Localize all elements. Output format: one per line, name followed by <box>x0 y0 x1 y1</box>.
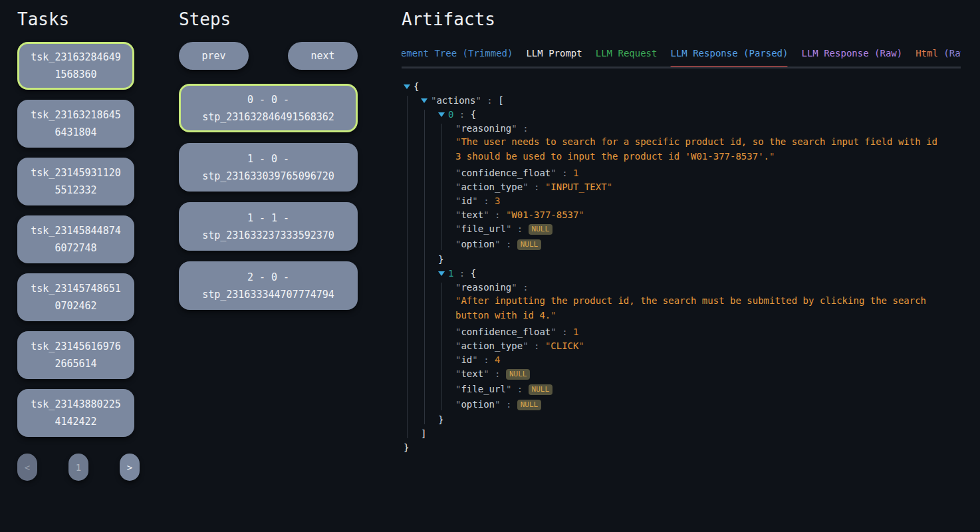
json-field: "confidence_float" : 1 <box>455 327 961 336</box>
tab-label: LLM Prompt <box>526 48 582 59</box>
tasks-title: Tasks <box>17 9 134 29</box>
json-children: 0 : {"reasoning" : "The user needs to se… <box>424 110 961 424</box>
json-field: "reasoning" : "After inputting the produ… <box>455 283 961 323</box>
tab-html-raw[interactable]: Html (Raw) <box>909 43 961 66</box>
json-number-value: 4 <box>495 354 500 365</box>
tasks-pagination: < 1 > <box>17 454 140 481</box>
close-brace: } <box>404 442 409 453</box>
collapse-icon[interactable] <box>438 112 445 117</box>
json-children: "actions" : [0 : {"reasoning" : "The use… <box>407 96 961 438</box>
json-string-value: W01-377-8537 <box>511 209 578 220</box>
pagination-prev-button[interactable]: < <box>17 454 37 481</box>
json-field: "confidence_float" : 1 <box>455 168 961 178</box>
json-field: "option" : NULL <box>455 239 961 250</box>
json-key: file_url <box>461 384 505 394</box>
json-key: id <box>461 196 472 206</box>
json-children: "reasoning" : "After inputting the produ… <box>441 283 961 410</box>
json-key: action_type <box>461 182 523 192</box>
json-node-row: "actions" : [ <box>421 96 961 105</box>
json-string-value: The user needs to search for a specific … <box>455 136 937 162</box>
open-brace: { <box>471 268 476 279</box>
tab-label: LLM Response (Parsed) <box>670 48 788 59</box>
json-node-close: } <box>438 255 961 264</box>
step-list: 0 - 0 - stp_2316328464915683621 - 0 - st… <box>179 84 358 310</box>
json-number-value: 1 <box>573 168 578 178</box>
close-brace: } <box>438 414 443 425</box>
step-button[interactable]: 0 - 0 - stp_231632846491568362 <box>179 84 358 132</box>
task-button[interactable]: tsk_231458448746072748 <box>17 215 134 263</box>
task-button[interactable]: tsk_231632846491568360 <box>17 42 134 90</box>
tab-llm-prompt[interactable]: LLM Prompt <box>519 43 588 66</box>
json-field: "action_type" : "INPUT_TEXT" <box>455 182 961 192</box>
json-string-value: CLICK <box>551 340 578 351</box>
json-field: "file_url" : NULL <box>455 384 961 395</box>
json-key: option <box>461 239 495 249</box>
json-string-value: INPUT_TEXT <box>551 182 606 192</box>
tab-llm-response-parsed[interactable]: LLM Response (Parsed) <box>664 43 795 66</box>
task-button[interactable]: tsk_231438802254142422 <box>17 389 134 437</box>
steps-title: Steps <box>179 9 358 29</box>
collapse-icon[interactable] <box>438 271 445 276</box>
collapse-icon[interactable] <box>421 98 428 103</box>
artifacts-panel: Artifacts Element Tree (Trimmed)LLM Prom… <box>402 9 961 532</box>
json-node-row: { <box>404 82 961 91</box>
json-node-row: 1 : { <box>438 269 961 278</box>
json-null-value: NULL <box>529 224 553 235</box>
json-field: "reasoning" : "The user needs to search … <box>455 124 961 164</box>
json-node-close: } <box>438 415 961 424</box>
open-brace: { <box>471 109 476 120</box>
json-key: action_type <box>461 340 523 351</box>
step-button[interactable]: 2 - 0 - stp_231633344707774794 <box>179 261 358 310</box>
json-key: actions <box>436 95 475 106</box>
step-button[interactable]: 1 - 1 - stp_231633237333592370 <box>179 202 358 251</box>
close-brace: ] <box>421 428 426 439</box>
json-node-close: ] <box>421 429 961 438</box>
next-step-button[interactable]: next <box>288 42 358 70</box>
tab-llm-response-raw[interactable]: LLM Response (Raw) <box>795 43 909 66</box>
artifacts-tabbar: Element Tree (Trimmed)LLM PromptLLM Requ… <box>402 43 961 68</box>
json-node-row: 0 : { <box>438 110 961 119</box>
json-field: "id" : 3 <box>455 196 961 205</box>
json-key: text <box>461 209 483 220</box>
tab-label: Html <box>916 48 943 59</box>
prev-step-button[interactable]: prev <box>179 42 249 70</box>
tab-label: (Raw) <box>943 48 961 59</box>
task-button[interactable]: tsk_231456169762665614 <box>17 331 134 379</box>
tab-llm-request[interactable]: LLM Request <box>589 43 664 66</box>
tab-label: LLM Request <box>596 48 658 59</box>
json-string-block: "After inputting the product id, the sea… <box>455 293 947 323</box>
task-list: tsk_231632846491568360tsk_23163218645643… <box>17 42 134 437</box>
open-brace: { <box>414 81 419 92</box>
collapse-icon[interactable] <box>404 84 410 89</box>
tab-element-tree-trimmed[interactable]: Element Tree (Trimmed) <box>402 43 519 66</box>
task-button[interactable]: tsk_231459311205512332 <box>17 158 134 205</box>
json-null-value: NULL <box>517 239 542 250</box>
json-viewer: {"actions" : [0 : {"reasoning" : "The us… <box>402 82 961 452</box>
json-key: text <box>461 368 483 379</box>
json-string-block: "The user needs to search for a specific… <box>455 134 947 164</box>
json-null-value: NULL <box>517 400 542 410</box>
json-node: 1 : {"reasoning" : "After inputting the … <box>438 269 961 424</box>
json-key: reasoning <box>461 123 511 134</box>
step-nav: prev next <box>179 42 358 70</box>
tasks-panel: Tasks tsk_231632846491568360tsk_23163218… <box>17 9 134 532</box>
json-string-value: After inputting the product id, the sear… <box>455 295 926 321</box>
json-null-value: NULL <box>529 384 553 395</box>
pagination-next-button[interactable]: > <box>120 454 140 481</box>
close-brace: } <box>438 254 443 265</box>
steps-panel: Steps prev next 0 - 0 - stp_231632846491… <box>179 9 358 532</box>
json-field: "text" : NULL <box>455 369 961 380</box>
json-null-value: NULL <box>506 369 531 380</box>
pagination-page-button[interactable]: 1 <box>68 454 88 481</box>
task-button[interactable]: tsk_231632186456431804 <box>17 100 134 148</box>
step-button[interactable]: 1 - 0 - stp_231633039765096720 <box>179 143 358 192</box>
json-key: confidence_float <box>461 327 551 337</box>
tab-label: Element Tree (Trimmed) <box>402 48 513 59</box>
json-field: "id" : 4 <box>455 355 961 364</box>
json-node: 0 : {"reasoning" : "The user needs to se… <box>438 110 961 264</box>
open-brace: [ <box>498 95 503 106</box>
json-children: "reasoning" : "The user needs to search … <box>441 124 961 250</box>
tab-label: LLM Response (Raw) <box>801 48 902 59</box>
json-field: "option" : NULL <box>455 400 961 410</box>
task-button[interactable]: tsk_231457486510702462 <box>17 273 134 321</box>
